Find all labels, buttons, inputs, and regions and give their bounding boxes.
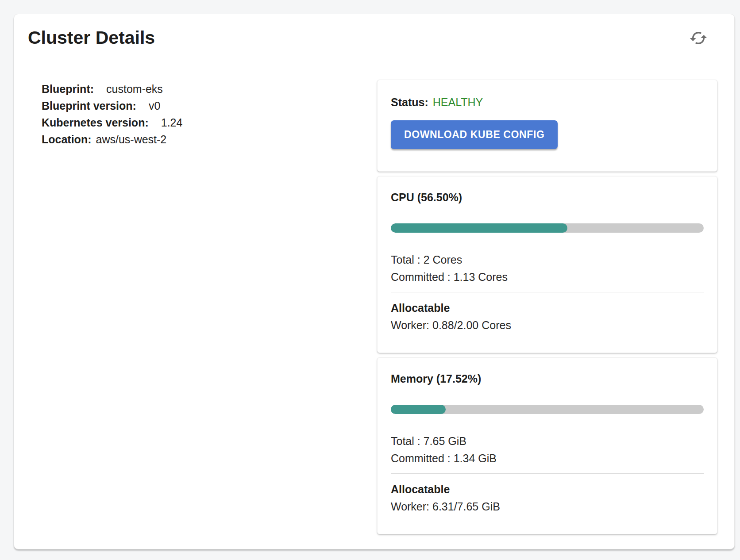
cluster-details-card: Cluster Details Blueprint:custom-eks Blu… [14, 14, 735, 549]
status-panel: Status:HEALTHY DOWNLOAD KUBE CONFIG [377, 80, 717, 172]
cpu-total: Total : 2 Cores [391, 251, 704, 268]
detail-row-location: Location:aws/us-west-2 [42, 131, 377, 148]
divider [391, 473, 704, 474]
memory-stats: Total : 7.65 GiB Committed : 1.34 GiB Al… [391, 433, 704, 515]
cpu-title: CPU (56.50%) [391, 191, 704, 204]
memory-worker: Worker: 6.31/7.65 GiB [391, 498, 704, 515]
detail-row-blueprint-version: Blueprint version:v0 [42, 97, 377, 114]
page: Cluster Details Blueprint:custom-eks Blu… [0, 0, 740, 560]
detail-value: custom-eks [106, 83, 163, 95]
detail-label: Blueprint version: [42, 100, 136, 112]
memory-progress-fill [391, 405, 446, 414]
memory-allocatable-label: Allocatable [391, 481, 704, 498]
refresh-button[interactable] [687, 27, 709, 49]
card-body: Blueprint:custom-eks Blueprint version:v… [14, 60, 734, 534]
cpu-progress-bar [391, 223, 704, 233]
memory-committed: Committed : 1.34 GiB [391, 450, 704, 467]
cpu-allocatable-label: Allocatable [391, 299, 704, 317]
status-badge: HEALTHY [433, 96, 483, 108]
download-kube-config-button[interactable]: DOWNLOAD KUBE CONFIG [391, 120, 558, 149]
memory-total: Total : 7.65 GiB [391, 433, 704, 450]
memory-title: Memory (17.52%) [391, 372, 704, 385]
memory-progress-bar [391, 405, 704, 414]
card-header: Cluster Details [14, 14, 734, 60]
page-title: Cluster Details [28, 27, 155, 48]
divider [391, 292, 704, 292]
detail-value: v0 [149, 100, 160, 112]
metrics-column: Status:HEALTHY DOWNLOAD KUBE CONFIG CPU … [377, 80, 717, 534]
cluster-details-list: Blueprint:custom-eks Blueprint version:v… [28, 80, 377, 534]
cpu-panel: CPU (56.50%) Total : 2 Cores Committed :… [377, 176, 717, 353]
detail-label: Kubernetes version: [42, 116, 149, 129]
status-line: Status:HEALTHY [391, 96, 704, 109]
cpu-committed: Committed : 1.13 Cores [391, 268, 704, 286]
cpu-progress-fill [391, 223, 567, 233]
status-label: Status: [391, 96, 428, 108]
detail-value: 1.24 [161, 116, 183, 129]
detail-label: Location: [42, 133, 92, 146]
detail-value: aws/us-west-2 [96, 133, 167, 146]
cpu-worker: Worker: 0.88/2.00 Cores [391, 317, 704, 334]
detail-row-kubernetes-version: Kubernetes version:1.24 [42, 114, 377, 131]
detail-label: Blueprint: [42, 83, 94, 95]
cpu-stats: Total : 2 Cores Committed : 1.13 Cores A… [391, 251, 704, 334]
detail-row-blueprint: Blueprint:custom-eks [42, 81, 377, 97]
refresh-icon [689, 29, 708, 47]
memory-panel: Memory (17.52%) Total : 7.65 GiB Committ… [377, 357, 717, 534]
